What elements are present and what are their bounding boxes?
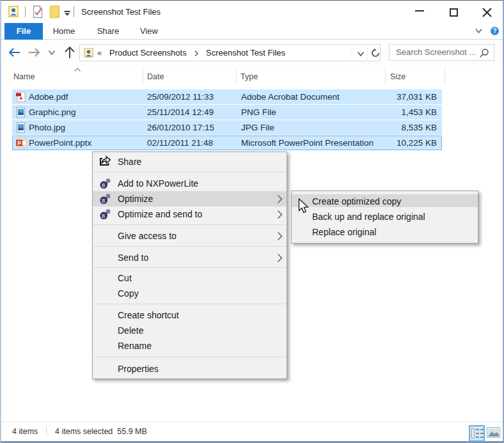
svg-text:P: P <box>17 140 21 146</box>
svg-text:8: 8 <box>102 197 105 204</box>
svg-text:8: 8 <box>102 212 105 219</box>
svg-text:8: 8 <box>102 182 105 189</box>
